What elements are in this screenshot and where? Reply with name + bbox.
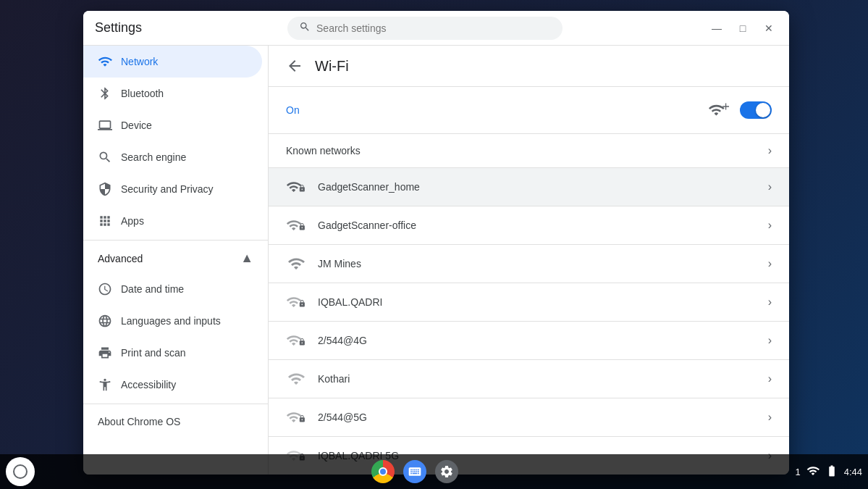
settings-window: Settings — □ ✕ [83,11,789,475]
network-row-0[interactable]: GadgetScanner_home › [269,168,789,206]
sidebar-item-network[interactable]: Network [83,46,262,78]
advanced-label: Advanced [98,253,143,264]
wifi-signal-icon-2 [286,255,306,272]
search-input[interactable] [316,22,551,34]
network-name-4: 2/544@4G [318,335,757,346]
sidebar-accessibility-label: Accessibility [121,379,176,390]
sidebar-item-about[interactable]: About Chrome OS [83,407,268,436]
minimize-button[interactable]: — [708,20,725,37]
maximize-button[interactable]: □ [734,20,751,37]
taskbar-time: 4:44 [844,467,862,477]
title-bar: Settings — □ ✕ [83,11,789,46]
sidebar-languages-label: Languages and inputs [121,315,221,327]
network-chevron-2: › [768,257,772,270]
network-row-6[interactable]: 2/544@5G › [269,398,789,437]
sidebar-print-scan-label: Print and scan [121,347,186,359]
search-bar[interactable] [287,17,562,40]
sidebar-date-time-label: Date and time [121,283,184,295]
launcher-button[interactable] [6,457,35,486]
network-chevron-3: › [768,296,772,309]
sidebar-item-apps[interactable]: Apps [83,205,262,237]
title-bar-left: Settings [95,20,142,35]
network-chevron-0: › [768,180,772,193]
accessibility-icon [98,377,112,392]
wifi-toggle-switch[interactable] [740,101,772,119]
sidebar-item-search-engine[interactable]: Search engine [83,141,262,173]
laptop-icon [98,118,112,133]
settings-app[interactable] [432,457,461,486]
network-name-5: Kothari [318,373,757,385]
chevron-up-icon: ▲ [240,251,253,266]
taskbar-left [6,457,35,486]
known-networks-row[interactable]: Known networks › [269,134,789,168]
advanced-section-header[interactable]: Advanced ▲ [83,243,268,273]
taskbar-center [368,457,461,486]
sidebar-divider-2 [83,404,268,404]
network-row-2[interactable]: JM Mines › [269,245,789,283]
network-name-2: JM Mines [318,258,757,269]
sidebar: Network Bluetooth Device [83,46,269,475]
network-name-0: GadgetScanner_home [318,181,757,193]
network-row-5[interactable]: Kothari › [269,360,789,398]
wifi-signal-icon-5 [286,370,306,388]
apps-grid-icon [98,214,112,228]
taskbar-battery-icon [825,464,838,480]
network-chevron-1: › [768,219,772,232]
wifi-signal-icon-4 [286,332,306,349]
sidebar-item-print-scan[interactable]: Print and scan [83,337,262,369]
notification-count: 1 [795,467,800,477]
sidebar-item-date-time[interactable]: Date and time [83,273,262,305]
network-chevron-6: › [768,411,772,424]
keyboard-app[interactable] [400,457,429,486]
chrome-icon [371,460,395,483]
wifi-toggle-right [708,99,772,122]
network-row-4[interactable]: 2/544@4G › [269,322,789,360]
keyboard-icon [403,460,426,483]
sidebar-item-device[interactable]: Device [83,109,262,141]
taskbar-wifi-icon [806,464,819,480]
network-chevron-4: › [768,334,772,347]
search-engine-icon [98,150,112,164]
bluetooth-icon [98,86,112,101]
sidebar-item-accessibility[interactable]: Accessibility [83,369,262,401]
sidebar-device-label: Device [121,120,152,131]
network-row-3[interactable]: IQBAL.QADRI › [269,283,789,322]
window-body: Network Bluetooth Device [83,46,789,475]
chrome-center [379,467,387,476]
sidebar-divider [83,240,268,241]
wifi-signal-icon-1 [286,217,306,234]
shield-icon [98,182,112,196]
search-icon [299,21,311,35]
wifi-header: Wi-Fi [269,46,789,87]
sidebar-item-security[interactable]: Security and Privacy [83,173,262,205]
launcher-circle [13,464,28,479]
sidebar-item-languages[interactable]: Languages and inputs [83,305,262,337]
settings-taskbar-icon [435,460,458,483]
wifi-toggle-row: On [269,87,789,134]
wifi-signal-icon-3 [286,293,306,311]
sidebar-network-label: Network [121,56,158,67]
wifi-add-button[interactable] [708,99,731,122]
network-section: Known networks › GadgetScanner_home › [269,134,789,475]
title-bar-controls: — □ ✕ [708,20,778,37]
wifi-signal-icon-6 [286,409,306,426]
window-title: Settings [95,20,142,35]
known-networks-chevron: › [768,144,772,157]
network-row-1[interactable]: GadgetScanner-office › [269,206,789,245]
printer-icon [98,346,112,360]
sidebar-apps-label: Apps [121,215,144,227]
known-networks-label: Known networks [286,145,361,156]
sidebar-item-bluetooth[interactable]: Bluetooth [83,78,262,109]
network-name-6: 2/544@5G [318,411,757,423]
chrome-app[interactable] [368,457,397,486]
close-button[interactable]: ✕ [760,20,778,37]
wifi-status-label: On [286,104,300,116]
network-name-1: GadgetScanner-office [318,220,757,231]
back-button[interactable] [286,57,303,75]
sidebar-search-engine-label: Search engine [121,151,186,163]
network-chevron-5: › [768,372,772,385]
clock-icon [98,282,112,296]
network-name-3: IQBAL.QADRI [318,296,757,308]
sidebar-security-label: Security and Privacy [121,183,214,195]
sidebar-bluetooth-label: Bluetooth [121,88,164,99]
